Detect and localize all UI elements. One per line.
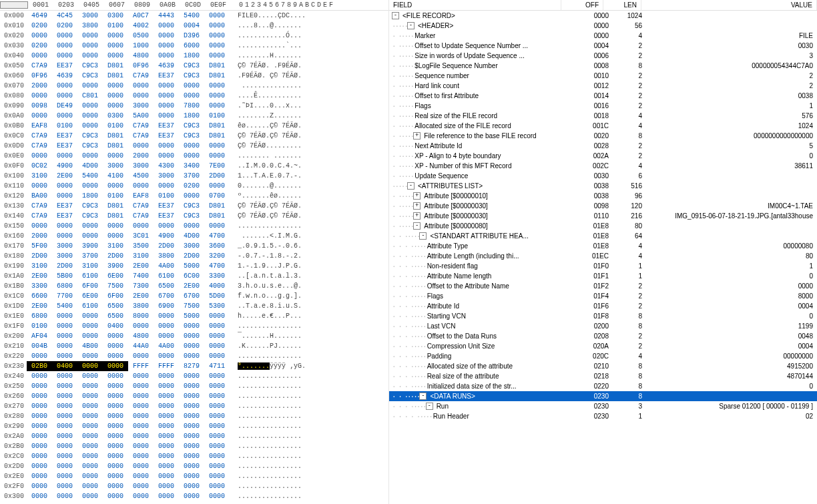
tree-row[interactable]: · ·····XP - Number of this MFT Record002… <box>389 161 817 171</box>
hex-row[interactable]: 0x1C0660077006E006F002E00670067005D00f.w… <box>0 291 388 301</box>
collapse-icon[interactable]: - <box>419 232 427 240</box>
hex-row[interactable]: 0x2E000000000000000000000000000000000...… <box>0 471 388 481</box>
hex-row[interactable]: 0x1705F0030003900310035002D0030003600_.0… <box>0 241 388 251</box>
expand-icon[interactable]: + <box>413 202 421 210</box>
hex-row[interactable]: 0x15000000000000000000000000000000000...… <box>0 221 388 231</box>
hex-row[interactable]: 0x1D02E005400610065003800690075005300..T… <box>0 301 388 311</box>
hex-row[interactable]: 0x1A02E005B0061006E00740061006C003300..[… <box>0 271 388 281</box>
col-off[interactable]: OFF <box>561 0 603 10</box>
tree-row[interactable]: · · · ·····Attribute Name length01F110 <box>389 271 817 281</box>
tree-row[interactable]: · · · · ·····Run Header0230102 <box>389 411 817 421</box>
tree-row[interactable]: · ·····Flags001621 <box>389 101 817 111</box>
hex-row[interactable]: 0x020000000000000000005000000D3960000...… <box>0 31 388 41</box>
hex-row[interactable]: 0x2A000000000000000000000000000000000...… <box>0 431 388 441</box>
hex-row[interactable]: 0x07020000000000000000000000000000000 ..… <box>0 81 388 91</box>
tree-row[interactable]: · · · ·····Attribute Type01E8400000080 <box>389 241 817 251</box>
hex-row[interactable]: 0x0900098DE49000000003000000078000000.˜Þ… <box>0 101 388 111</box>
tree-row[interactable]: · ·····+File reference to the base FILE … <box>389 131 817 141</box>
hex-row[interactable]: 0x04000000000000000004800000018000000...… <box>0 51 388 61</box>
hex-row[interactable]: 0x26000000000000000000000000000000000...… <box>0 391 388 401</box>
tree-row[interactable]: · · ·····-<STANDART ATTRIBUTE HEA...01E8… <box>389 231 817 241</box>
collapse-icon[interactable]: - <box>407 22 415 29</box>
hex-row[interactable]: 0x1802D00300037002D00310038002D003200-.0… <box>0 251 388 261</box>
tree-row[interactable]: · · · ·····Last VCN020081199 <box>389 321 817 331</box>
tree-row[interactable]: · ·····Real size of the FILE record00184… <box>389 111 817 121</box>
tree-row[interactable]: · · · ·····Attribute Id01F620004 <box>389 301 817 311</box>
tree-row[interactable]: · · · ·····Offset to the Attribute Name0… <box>389 281 817 291</box>
hex-row[interactable]: 0x25000000000000000000000000000000000...… <box>0 381 388 391</box>
tree-row[interactable]: · · · ·····Compression Unit Size020A2000… <box>389 341 817 351</box>
tree-row[interactable]: ·····-<ATTRIBUTES LIST>0038516 <box>389 181 817 191</box>
col-len[interactable]: LEN <box>603 0 641 10</box>
tree-row[interactable]: · ·····+Attribute [$00000030]0098120IM00… <box>389 201 817 211</box>
tree-row[interactable]: · ·····XP - Align to 4 byte boundary002A… <box>389 151 817 161</box>
tree-row[interactable]: · · · ·····Flags01F428000 <box>389 291 817 301</box>
hex-row[interactable]: 0x2F000000000000000000000000000000000...… <box>0 481 388 491</box>
col-val[interactable]: VALUE <box>641 0 817 10</box>
tree-row[interactable]: · ·····Allocated size of the FILE record… <box>389 121 817 131</box>
tree-row[interactable]: · · · ·····-Run02303Sparse 01200 [ 00000… <box>389 401 817 411</box>
tree-row[interactable]: · · · ·····Offset to the Data Runs020820… <box>389 331 817 341</box>
hex-row[interactable]: 0x0F00C0249004D0030003000430034007E00..I… <box>0 161 388 171</box>
hex-row[interactable]: 0x08000000000C80100000000000000000000...… <box>0 91 388 101</box>
hex-row[interactable]: 0x0D0C7A9EE37C9C3D8010000000000000000Ç© … <box>0 141 388 151</box>
hex-row[interactable]: 0x0B0EAF8010000000100C7A9EE37C9C3D801êø.… <box>0 121 388 131</box>
tree-row[interactable]: · ·····Size in words of Update Sequence … <box>389 51 817 61</box>
hex-row[interactable]: 0x1B0330068006F007500730065002E0040003.h… <box>0 281 388 291</box>
collapse-icon[interactable]: - <box>392 12 399 19</box>
hex-row[interactable]: 0x10031002E00540041004500300037002D001..… <box>0 171 388 181</box>
tree-row[interactable]: · ·····Offset to first Attribute00142003… <box>389 91 817 101</box>
hex-row[interactable]: 0x03002000000000000001000000060000000...… <box>0 41 388 51</box>
collapse-icon[interactable]: - <box>413 222 421 230</box>
hex-row[interactable]: 0x210004B00004B00000044A04A0000000000.K.… <box>0 341 388 351</box>
hex-body[interactable]: 0x00046494C4530000300A0C7444354000000FIL… <box>0 11 388 501</box>
tree-row[interactable]: · · · ·····Non-resident flag01F011 <box>389 261 817 271</box>
hex-row[interactable]: 0x2D000000000000000000000000000000000...… <box>0 461 388 471</box>
col-field[interactable]: FIELD <box>389 0 561 10</box>
hex-row[interactable]: 0x27000000000000000000000000000000000...… <box>0 401 388 411</box>
tree-body[interactable]: -<FILE RECORD>00001024 ·····-<HEADER>000… <box>389 11 817 504</box>
tree-row[interactable]: · · · ·····Initialized data size of the … <box>389 381 817 391</box>
expand-icon[interactable]: + <box>413 212 421 220</box>
hex-row[interactable]: 0x0600F964639C9C3D801C7A9EE37C9C3D801.F9… <box>0 71 388 81</box>
hex-row[interactable]: 0x1E068000000000065008000000050000000h..… <box>0 311 388 321</box>
tree-row[interactable]: · ·····Marker00004FILE <box>389 31 817 41</box>
collapse-icon[interactable]: - <box>419 393 427 400</box>
expand-icon[interactable]: + <box>413 192 421 200</box>
tree-row[interactable]: · · · ·····Attribute Length (including t… <box>389 251 817 261</box>
hex-row[interactable]: 0x00046494C4530000300A0C7444354000000FIL… <box>0 11 388 21</box>
expand-icon[interactable]: + <box>413 132 421 140</box>
tree-row[interactable]: · ·····Offset to Update Sequence Number … <box>389 41 817 51</box>
hex-row[interactable]: 0x1F001000000000004000000000000000000...… <box>0 321 388 331</box>
hex-row[interactable]: 0x23002B0040000000000FFFFFFFF82794711°..… <box>0 361 388 371</box>
collapse-icon[interactable]: - <box>407 182 415 190</box>
hex-row[interactable]: 0x19031002D00310039002E004A00500047001.-… <box>0 261 388 271</box>
hex-row[interactable]: 0x050C7A9EE37C9C3D8010F964639C9C3D801Ç© … <box>0 61 388 71</box>
hex-row[interactable]: 0x16020000000000000003C0149004D004700 ..… <box>0 231 388 241</box>
hex-row[interactable]: 0x30000000000000000000000000000000000...… <box>0 491 388 501</box>
tree-row[interactable]: · ·····+Attribute [$00000010]003896 <box>389 191 817 201</box>
hex-row[interactable]: 0x24000000000000000000000000000000000...… <box>0 371 388 381</box>
hex-row[interactable]: 0x0C0C7A9EE37C9C3D801C7A9EE37C9C3D801Ç© … <box>0 131 388 141</box>
hex-row[interactable]: 0x130C7A9EE37C9C3D801C7A9EE37C9C3D801Ç© … <box>0 201 388 211</box>
tree-row[interactable]: ·····-<HEADER>000056 <box>389 21 817 31</box>
hex-row[interactable]: 0x22000000000000000000000000000000000...… <box>0 351 388 361</box>
hex-row[interactable]: 0x2B000000000000000000000000000000000...… <box>0 441 388 451</box>
tree-row[interactable]: · · · ·····Starting VCN01F880 <box>389 311 817 321</box>
tree-row[interactable]: · ·····$LogFile Sequence Number000880000… <box>389 61 817 71</box>
tree-row[interactable]: · · ·····-<DATA RUNS>02308 <box>389 391 817 401</box>
tree-row[interactable]: -<FILE RECORD>00001024 <box>389 11 817 21</box>
tree-row[interactable]: · · · ·····Padding020C400000000 <box>389 351 817 361</box>
hex-row[interactable]: 0x140C7A9EE37C9C3D801C7A9EE37C9C3D801Ç© … <box>0 211 388 221</box>
tree-row[interactable]: · ·····+Attribute [$00000030]0110216IMG_… <box>389 211 817 221</box>
hex-row[interactable]: 0x120BA00000018000100EAF8010000000700º..… <box>0 191 388 201</box>
tree-row[interactable]: · ·····Update Sequence00306 <box>389 171 817 181</box>
hex-row[interactable]: 0x0A000000000000003005A00000018000100...… <box>0 111 388 121</box>
hex-row[interactable]: 0x29000000000000000000000000000000000...… <box>0 421 388 431</box>
tree-row[interactable]: · ·····-Attribute [$00000080]01E880 <box>389 221 817 231</box>
collapse-icon[interactable]: - <box>426 403 433 410</box>
hex-row[interactable]: 0x2C000000000000000000000000000000000...… <box>0 451 388 461</box>
tree-row[interactable]: · · · ·····Real size of the attribute021… <box>389 371 817 381</box>
tree-row[interactable]: · ·····Hard link count001222 <box>389 81 817 91</box>
hex-row[interactable]: 0x28000000000000000000000000000000000...… <box>0 411 388 421</box>
